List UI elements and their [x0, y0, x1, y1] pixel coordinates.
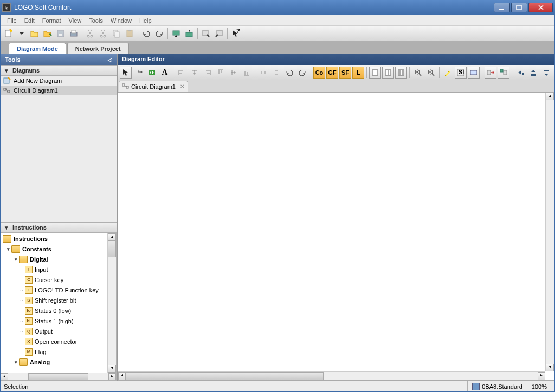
menu-tools[interactable]: Tools [86, 16, 106, 25]
scroll-down-icon[interactable]: ▾ [108, 365, 116, 373]
align-hcenter-button[interactable] [228, 67, 240, 79]
tree-analog[interactable]: ▾ Analog [1, 357, 116, 367]
scroll-down-icon[interactable]: ▾ [546, 364, 554, 371]
special-functions-filter[interactable]: SF [339, 67, 351, 79]
cut-button[interactable] [85, 28, 96, 40]
menu-help[interactable]: Help [136, 16, 155, 25]
save-button[interactable] [55, 28, 67, 40]
menu-view[interactable]: View [66, 16, 85, 25]
page-3-button[interactable] [395, 67, 407, 79]
menu-edit[interactable]: Edit [21, 16, 38, 25]
new-button[interactable] [3, 28, 15, 40]
align-left-button[interactable] [176, 67, 188, 79]
transfer2-button[interactable] [213, 28, 225, 40]
zoom-in-button[interactable] [412, 67, 424, 79]
open-button[interactable] [29, 28, 41, 40]
cut-connect-tool[interactable] [146, 67, 158, 79]
upload-button[interactable] [183, 28, 195, 40]
cut2-button[interactable] [98, 28, 109, 40]
scroll-right-icon[interactable]: ▸ [108, 373, 116, 380]
tree-node[interactable]: ··hiStatus 1 (high) [1, 316, 116, 326]
document-tab[interactable]: Circuit Diagram1 ✕ [119, 81, 188, 92]
download-button[interactable] [170, 28, 182, 40]
redo-editor-button[interactable] [296, 67, 308, 79]
connect-tool[interactable] [133, 67, 145, 79]
tree-guide: ·· [20, 308, 24, 313]
align-right-button[interactable] [202, 67, 214, 79]
undo-button[interactable] [140, 28, 152, 40]
copy-button[interactable] [111, 28, 122, 40]
close-button[interactable] [528, 3, 553, 12]
paste-button[interactable] [124, 28, 135, 40]
canvas-vscrollbar[interactable]: ▴ ▾ [545, 93, 554, 371]
log-filter[interactable]: L [352, 67, 364, 79]
instructions-section-header[interactable]: ▾ Instructions [1, 222, 117, 233]
tree-vscrollbar[interactable]: ▴ ▾ [107, 233, 116, 373]
tree-node[interactable]: ··XOpen connector [1, 336, 116, 347]
tree-constants[interactable]: ▾ Constants [1, 244, 116, 254]
tree-hscrollbar[interactable]: ◂ ▸ [1, 373, 116, 380]
scroll-left-icon[interactable]: ◂ [118, 372, 126, 380]
goto-start-button[interactable] [514, 67, 526, 79]
undo-editor-button[interactable] [283, 67, 295, 79]
tree-digital[interactable]: ▾ Digital [1, 254, 116, 264]
tab-diagram-mode[interactable]: Diagram Mode [9, 43, 66, 54]
scroll-thumb[interactable] [108, 241, 116, 257]
goto-up-button[interactable] [540, 67, 552, 79]
tree-node[interactable]: ··SShift register bit [1, 295, 116, 305]
highlight-button[interactable] [442, 67, 454, 79]
print-button[interactable] [68, 28, 80, 40]
dist-v-button[interactable] [270, 67, 282, 79]
scroll-thumb[interactable] [126, 372, 324, 380]
help-pointer-button[interactable]: ? [230, 28, 242, 40]
tree-node[interactable]: ··QOutput [1, 326, 116, 336]
tree-root[interactable]: Instructions [1, 233, 116, 244]
open-project-button[interactable] [42, 28, 54, 40]
add-diagram-icon [3, 77, 11, 84]
minimize-button[interactable] [494, 3, 510, 12]
tab-network-project[interactable]: Network Project [67, 43, 129, 54]
menu-format[interactable]: Format [39, 16, 64, 25]
menu-window[interactable]: Window [107, 16, 135, 25]
tree-guide: ·· [20, 329, 24, 334]
align-bottom-button[interactable] [241, 67, 253, 79]
scroll-left-icon[interactable]: ◂ [1, 373, 8, 380]
stop-sim-button[interactable] [498, 67, 509, 79]
page-2-button[interactable] [382, 67, 394, 79]
align-vcenter-button[interactable] [189, 67, 201, 79]
constants-filter[interactable]: Co [313, 67, 325, 79]
dist-h-button[interactable] [257, 67, 269, 79]
canvas[interactable]: ▴ ▾ ◂ ▸ [118, 92, 554, 381]
editor-title: Diagram Editor [118, 54, 554, 65]
close-tab-icon[interactable]: ✕ [180, 83, 184, 89]
add-new-diagram[interactable]: Add New Diagram [1, 76, 117, 86]
goto-end-button[interactable] [527, 67, 539, 79]
sim-params-button[interactable]: SIM [455, 67, 467, 79]
tree-node[interactable]: ··FLOGO! TD Function key [1, 285, 116, 295]
start-sim-button[interactable] [485, 67, 496, 79]
page-1-button[interactable] [369, 67, 381, 79]
diagram-item[interactable]: Circuit Diagram1 [1, 86, 117, 95]
diagrams-section-header[interactable]: ▾ Diagrams [1, 65, 117, 76]
text-tool[interactable]: A [159, 67, 171, 79]
scroll-right-icon[interactable]: ▸ [538, 372, 545, 380]
redo-button[interactable] [153, 28, 165, 40]
basic-functions-filter[interactable]: GF [326, 67, 338, 79]
tree-node[interactable]: ··loStatus 0 (low) [1, 305, 116, 316]
tree-node[interactable]: ··MFlag [1, 347, 116, 357]
maximize-button[interactable] [511, 3, 527, 12]
online-test-button[interactable] [468, 67, 480, 79]
pointer-tool[interactable] [120, 67, 132, 79]
zoom-out-button[interactable] [425, 67, 437, 79]
tree-node[interactable]: ··IInput [1, 264, 116, 275]
scroll-up-icon[interactable]: ▴ [108, 233, 116, 241]
tree-node[interactable]: ··CCursor key [1, 275, 116, 285]
scroll-up-icon[interactable]: ▴ [546, 93, 554, 100]
open-dropdown[interactable] [16, 28, 28, 40]
scroll-thumb[interactable] [28, 373, 88, 380]
align-top-button[interactable] [215, 67, 227, 79]
menu-file[interactable]: File [4, 16, 20, 25]
collapse-icon[interactable]: ◁ [108, 57, 112, 63]
transfer1-button[interactable] [200, 28, 212, 40]
canvas-hscrollbar[interactable]: ◂ ▸ [118, 371, 545, 380]
